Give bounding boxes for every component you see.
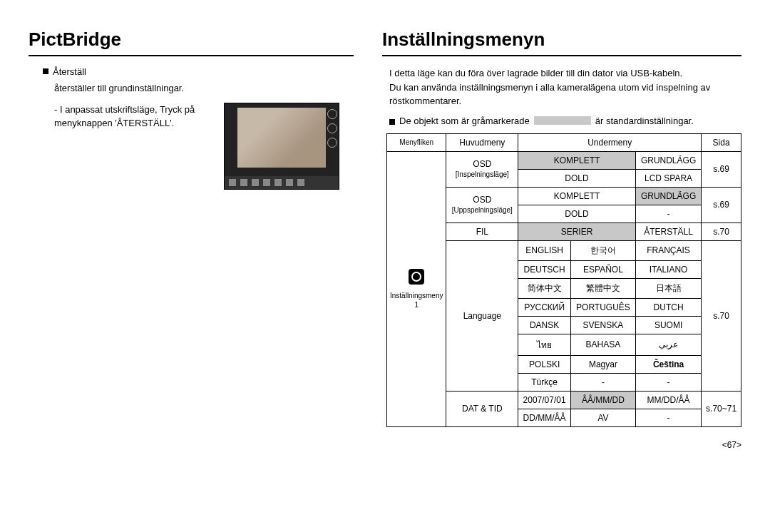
cell: 2007/07/01 <box>518 391 571 409</box>
cell: DD/MM/ÅÅ <box>518 409 571 426</box>
cell: - <box>635 409 701 426</box>
cell: KOMPLETT <box>518 187 636 205</box>
cell: BAHASA <box>571 334 636 355</box>
cell: 한국어 <box>571 240 636 260</box>
page-cell: s.70 <box>702 222 741 240</box>
legend-suffix: är standardinställningar. <box>595 116 694 126</box>
cell: GRUNDLÄGG <box>635 187 701 205</box>
cell: 日本語 <box>635 278 701 298</box>
reset-label: Återställ <box>53 66 86 77</box>
th-sub: Undermeny <box>518 133 702 151</box>
cell: LCD SPARA <box>635 169 701 187</box>
cell: AV <box>571 409 636 426</box>
right-column: Inställningsmenyn I detta läge kan du fö… <box>382 29 741 427</box>
cell: DUTCH <box>635 298 701 316</box>
cell: MM/DD/ÅÅ <box>635 391 701 409</box>
gear-icon <box>409 269 424 285</box>
cell: ÅTERSTÄLL <box>635 222 701 240</box>
tab-label-b: 1 <box>414 301 419 309</box>
pictbridge-heading: PictBridge <box>29 29 354 56</box>
th-main: Huvudmeny <box>446 133 518 151</box>
osd-rec-label: OSD [Inspelningsläge] <box>446 151 518 187</box>
legend-swatch <box>534 116 591 125</box>
cell: ไทย <box>518 334 571 355</box>
cell: - <box>635 205 701 222</box>
cell: عربي <box>635 334 701 355</box>
intro-line-2: Du kan använda inställningsmenyn i alla … <box>389 81 741 108</box>
cell: ITALIANO <box>635 260 701 278</box>
cell: 简体中文 <box>518 278 571 298</box>
preview-photo <box>237 108 326 168</box>
cell: GRUNDLÄGG <box>635 151 701 169</box>
cell: - <box>571 373 636 391</box>
camera-lcd-preview <box>224 103 339 190</box>
cell: ENGLISH <box>518 240 571 260</box>
settings-heading: Inställningsmenyn <box>382 29 741 56</box>
osd-play-label: OSD [Uppspelningsläge] <box>446 187 518 222</box>
table-header-row: Menyfliken Huvudmeny Undermeny Sida <box>387 133 741 151</box>
cell: РУССКИЙ <box>518 298 571 316</box>
page-cell: s.70 <box>702 240 741 391</box>
square-bullet-icon <box>389 119 395 125</box>
page-number: <67> <box>0 440 770 450</box>
cell: SUOMI <box>635 316 701 334</box>
tab-cell: Inställningsmeny 1 <box>387 151 446 426</box>
page-cell: s.70~71 <box>702 391 741 426</box>
cell: Čeština <box>635 355 701 373</box>
cell: KOMPLETT <box>518 151 636 169</box>
page-cell: s.69 <box>702 151 741 187</box>
fil-label: FIL <box>446 222 518 240</box>
settings-table: Menyfliken Huvudmeny Undermeny Sida Inst… <box>386 133 741 427</box>
preview-bottom-icons <box>225 176 339 189</box>
preview-side-icons <box>327 109 337 148</box>
cell: Türkçe <box>518 373 571 391</box>
cell: ÅÅ/MM/DD <box>571 391 636 409</box>
reset-instruction: - I anpassat utskriftsläge, Tryck på men… <box>54 103 224 131</box>
cell: - <box>635 373 701 391</box>
date-label: DAT & TID <box>446 391 518 426</box>
cell: FRANÇAIS <box>635 240 701 260</box>
square-bullet-icon <box>43 68 48 74</box>
cell: POLSKI <box>518 355 571 373</box>
intro-paragraph: I detta läge kan du föra över lagrade bi… <box>389 66 741 108</box>
th-page: Sida <box>702 133 741 151</box>
tab-label-a: Inställningsmeny <box>390 292 443 300</box>
cell: DEUTSCH <box>518 260 571 278</box>
cell: SERIER <box>518 222 636 240</box>
cell: DANSK <box>518 316 571 334</box>
language-label: Language <box>446 240 518 391</box>
cell: SVENSKA <box>571 316 636 334</box>
cell: ESPAÑOL <box>571 260 636 278</box>
cell: PORTUGUÊS <box>571 298 636 316</box>
page-cell: s.69 <box>702 187 741 222</box>
intro-line-1: I detta läge kan du föra över lagrade bi… <box>389 66 741 81</box>
legend-prefix: De objekt som är gråmarkerade <box>399 116 530 126</box>
cell: 繁體中文 <box>571 278 636 298</box>
legend-row: De objekt som är gråmarkerade är standar… <box>389 116 741 126</box>
table-row: Inställningsmeny 1 OSD [Inspelningsläge]… <box>387 151 741 169</box>
cell: DOLD <box>518 205 636 222</box>
reset-heading: Återställ <box>43 66 354 77</box>
th-tab: Menyfliken <box>387 133 446 151</box>
left-column: PictBridge Återställ återställer till gr… <box>29 29 354 427</box>
cell: DOLD <box>518 169 636 187</box>
reset-description: återställer till grundinställningar. <box>54 81 354 96</box>
cell: Magyar <box>571 355 636 373</box>
